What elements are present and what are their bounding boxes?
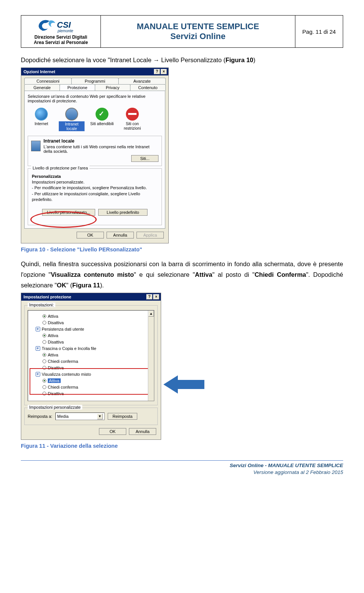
radio-icon[interactable] (42, 321, 46, 325)
radio-icon[interactable] (42, 366, 46, 370)
footer-version: Versione aggiornata al 2 Febbraio 2015 (21, 469, 343, 476)
para1-pre: Dopodiché selezionare la voce "Intranet … (21, 56, 153, 63)
dialog2-titlebar: Impostazioni protezione ? × (21, 293, 161, 301)
doc-title-2: Servizi Online (170, 31, 226, 41)
no-entry-icon (126, 108, 139, 121)
reimposta-select[interactable]: Media ▼ (55, 413, 105, 420)
zone-detail-group: Intranet locale L'area contiene tutti i … (28, 136, 162, 166)
reset-group: Impostazioni personalizzate Reimposta a:… (24, 408, 158, 425)
ok-button[interactable]: OK (77, 232, 104, 238)
zone-internet[interactable]: Internet (28, 108, 54, 131)
annulla-button-2[interactable]: Annulla (129, 428, 156, 435)
csi-logo-icon: CSI piemonte (36, 18, 86, 34)
radio-icon[interactable] (42, 392, 46, 395)
scroll-up-icon[interactable]: ▲ (148, 311, 154, 317)
reimposta-button[interactable]: Reimposta (108, 413, 138, 420)
applica-button[interactable]: Applica (136, 232, 164, 238)
arrow-right-icon: → (153, 56, 160, 63)
para1-close: ) (253, 56, 256, 63)
tab-protezione[interactable]: Protezione (60, 84, 95, 91)
ie-icon (36, 346, 40, 351)
radio-icon[interactable] (42, 340, 46, 344)
help-button[interactable]: ? (154, 69, 160, 74)
pers-line-1: - Per modificare le impostazioni, scegli… (32, 185, 158, 191)
zone-restricted[interactable]: Siti con restrizioni (119, 108, 145, 131)
blue-arrow-icon (163, 373, 205, 397)
doc-title-1: MANUALE UTENTE SEMPLICE (137, 22, 259, 31)
ok-button-2[interactable]: OK (99, 428, 126, 435)
level-group-legend: Livello di protezione per l'area (31, 166, 89, 170)
header-logo-cell: CSI piemonte Direzione Servizi Digitali … (21, 16, 101, 47)
attiva-highlighted: Attiva (48, 378, 61, 383)
tab-generale[interactable]: Generale (24, 84, 60, 91)
tab-programmi[interactable]: Programmi (71, 78, 119, 84)
monitor-small-icon (31, 141, 41, 151)
level-group: Livello di protezione per l'area Persona… (28, 168, 162, 225)
paragraph-2: Quindi, nella finestra successiva posizi… (21, 259, 343, 290)
zone-detail-desc: L'area contiene tutti i siti Web compres… (44, 144, 158, 154)
logo-subtext: piemonte (57, 29, 74, 33)
tab-contenuto[interactable]: Contenuto (130, 84, 166, 91)
org-line1: Direzione Servizi Digitali (35, 35, 87, 40)
monitor-icon (65, 108, 78, 121)
impostazioni-protezione-dialog: Impostazioni protezione ? × Impostazioni… (21, 293, 161, 440)
globe-icon (35, 108, 48, 121)
para1-figref: Figura 10 (226, 56, 253, 63)
paragraph-1: Dopodiché selezionare la voce "Intranet … (21, 55, 343, 65)
zone-trusted[interactable]: Siti attendibili (89, 108, 115, 131)
settings-tree[interactable]: Attiva Disattiva Persistenza dati utente… (28, 310, 154, 401)
dialog1-titlebar: Opzioni Internet ? × (21, 68, 168, 75)
reimposta-label: Reimposta a: (28, 414, 52, 419)
livello-personalizzato-button[interactable]: Livello personalizzato... (42, 209, 95, 216)
header-title-cell: MANUALE UTENTE SEMPLICE Servizi Online (101, 16, 295, 47)
page-indicator: Pag. 11 di 24 (302, 28, 336, 35)
zone-intranet[interactable]: Intranet locale (59, 108, 85, 131)
annulla-button[interactable]: Annulla (107, 232, 134, 238)
personalizzata-title: Personalizzata (32, 174, 158, 179)
check-circle-icon (96, 108, 108, 121)
tab-connessioni[interactable]: Connessioni (24, 78, 72, 84)
document-header: CSI piemonte Direzione Servizi Digitali … (21, 15, 343, 48)
impostazioni-group: Impostazioni: Attiva Disattiva Persisten… (24, 305, 158, 405)
reset-group-legend: Impostazioni personalizzate (28, 405, 82, 409)
close-button[interactable]: × (161, 69, 167, 74)
para1-post: Livello Personalizzato ( (159, 56, 225, 63)
footer-divider (21, 460, 343, 461)
org-line2: Area Servizi al Personale (34, 40, 88, 45)
svg-marker-1 (163, 375, 204, 394)
close-button-2[interactable]: × (153, 294, 159, 300)
figure-11-caption: Figura 11 - Variazione della selezione (21, 443, 343, 449)
livello-predefinito-button[interactable]: Livello predefinito (98, 209, 147, 216)
scrollbar[interactable]: ▲ (148, 311, 154, 401)
pers-line-0: Impostazioni personalizzate. (32, 179, 158, 185)
pers-line-2: - Per utilizzare le impostazioni consigl… (32, 191, 158, 203)
tab-privacy[interactable]: Privacy (95, 84, 130, 91)
radio-icon[interactable] (42, 353, 46, 357)
radio-icon[interactable] (42, 314, 46, 318)
help-button-2[interactable]: ? (146, 294, 152, 300)
radio-icon[interactable] (42, 359, 46, 363)
opzioni-internet-dialog: Opzioni Internet ? × Connessioni Program… (21, 67, 169, 243)
radio-icon[interactable] (42, 334, 46, 337)
chevron-down-icon: ▼ (97, 414, 103, 419)
impostazioni-legend: Impostazioni: (28, 303, 55, 307)
svg-text:CSI: CSI (57, 20, 71, 30)
dialog1-title: Opzioni Internet (24, 69, 55, 74)
zone-instruction: Selezionare un'area di contenuto Web per… (28, 94, 162, 103)
footer: Servizi Online - MANUALE UTENTE SEMPLICE… (21, 462, 343, 476)
radio-icon[interactable] (42, 385, 46, 389)
figure-10-caption: Figura 10 - Selezione "Livello PERsonali… (21, 246, 343, 253)
radio-icon[interactable] (42, 379, 46, 383)
zone-detail-title: Intranet locale (44, 138, 158, 144)
ie-icon (36, 327, 40, 331)
ie-icon (36, 372, 40, 377)
header-page-cell: Pag. 11 di 24 (295, 16, 343, 47)
tab-avanzate[interactable]: Avanzate (118, 78, 166, 84)
siti-button[interactable]: Siti... (131, 155, 158, 162)
dialog2-title: Impostazioni protezione (24, 295, 71, 299)
